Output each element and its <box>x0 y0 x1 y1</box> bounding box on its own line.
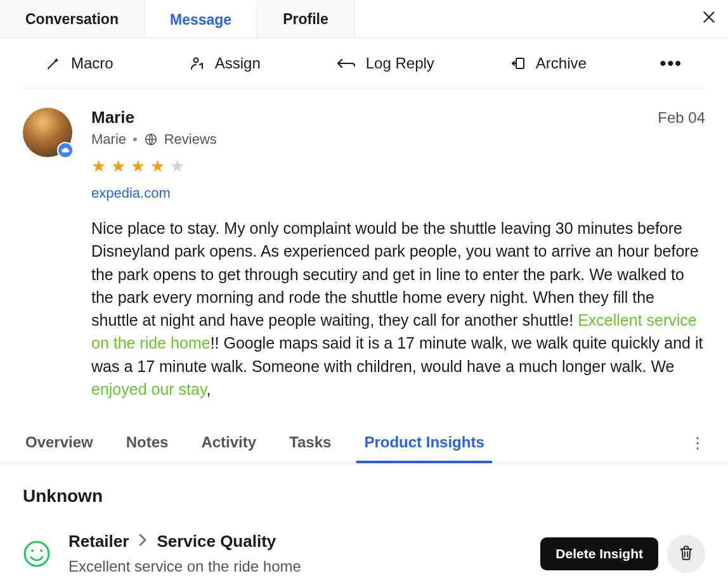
more-horizontal-icon: ••• <box>660 53 682 73</box>
action-assign[interactable]: Assign <box>190 48 261 79</box>
insight-title: Retailer Service Quality <box>68 532 523 551</box>
star-icon: ★ <box>91 157 106 176</box>
tab-activity[interactable]: Activity <box>198 423 259 463</box>
close-button[interactable] <box>690 0 728 37</box>
tab-conversation[interactable]: Conversation <box>0 0 145 37</box>
more-vertical-icon: ⋮ <box>690 434 705 451</box>
review-highlight: enjoyed our stay <box>91 380 207 398</box>
review-subline: Marie • Reviews <box>91 131 705 148</box>
globe-icon <box>144 132 158 146</box>
tab-overview[interactable]: Overview <box>23 423 96 463</box>
tab-notes[interactable]: Notes <box>124 423 171 463</box>
svg-point-5 <box>25 542 49 566</box>
review-source-link[interactable]: expedia.com <box>91 185 171 202</box>
trash-icon <box>678 544 694 563</box>
star-icon: ★ <box>131 157 145 176</box>
review-card: Marie Feb 04 Marie • Reviews ★ ★ ★ ★ ★ e… <box>0 89 728 413</box>
top-tab-bar: Conversation Message Profile <box>0 0 728 38</box>
star-icon: ★ <box>111 157 126 176</box>
action-macro-label: Macro <box>71 54 114 72</box>
tab-tasks[interactable]: Tasks <box>287 423 334 463</box>
reply-arrow-icon <box>337 56 356 71</box>
insight-row: Retailer Service Quality Excellent servi… <box>23 532 705 575</box>
delete-insight-button[interactable]: Delete Insight <box>540 537 658 570</box>
svg-point-6 <box>31 549 34 552</box>
action-archive[interactable]: Archive <box>510 48 587 79</box>
chevron-right-icon <box>138 532 148 551</box>
review-date: Feb 04 <box>658 109 705 127</box>
action-log-reply[interactable]: Log Reply <box>337 48 434 79</box>
avatar-cloud-badge <box>57 142 74 158</box>
close-icon <box>701 8 717 30</box>
avatar[interactable] <box>23 108 72 157</box>
action-bar: Macro Assign Log Reply Archive ••• <box>23 38 705 89</box>
svg-point-7 <box>40 549 42 552</box>
insight-category-primary: Retailer <box>68 532 129 551</box>
svg-point-2 <box>193 58 198 62</box>
action-assign-label: Assign <box>215 54 261 72</box>
insight-section-heading: Unknown <box>23 486 705 506</box>
tab-product-insights[interactable]: Product Insights <box>361 423 486 463</box>
action-archive-label: Archive <box>536 54 587 72</box>
star-rating: ★ ★ ★ ★ ★ <box>91 157 705 176</box>
review-body: Marie Feb 04 Marie • Reviews ★ ★ ★ ★ ★ e… <box>91 108 705 400</box>
star-icon: ★ <box>170 157 185 176</box>
trash-button[interactable] <box>667 535 705 573</box>
insight-category-secondary: Service Quality <box>157 532 276 551</box>
person-assign-icon <box>190 56 205 71</box>
sentiment-icon-positive <box>23 540 51 568</box>
insight-section: Unknown Retailer Service Quality Excelle… <box>0 463 728 583</box>
review-author: Marie <box>91 108 134 127</box>
tab-message[interactable]: Message <box>145 0 257 37</box>
detail-tabs-more[interactable]: ⋮ <box>684 428 705 458</box>
review-channel: Reviews <box>164 131 217 148</box>
insight-excerpt: Excellent service on the ride home <box>68 558 523 575</box>
tab-profile[interactable]: Profile <box>257 0 354 37</box>
review-text-part: , <box>207 380 211 398</box>
review-text: Nice place to stay. My only complaint wo… <box>91 217 705 400</box>
svg-rect-3 <box>516 58 524 68</box>
wand-icon <box>46 56 61 71</box>
detail-tab-bar: Overview Notes Activity Tasks Product In… <box>0 423 728 463</box>
archive-icon <box>510 56 526 71</box>
review-sub-author: Marie <box>91 131 126 148</box>
star-icon: ★ <box>150 157 165 176</box>
action-more[interactable]: ••• <box>660 53 682 74</box>
action-log-reply-label: Log Reply <box>366 54 434 72</box>
action-macro[interactable]: Macro <box>46 48 114 79</box>
separator-dot: • <box>133 131 138 148</box>
